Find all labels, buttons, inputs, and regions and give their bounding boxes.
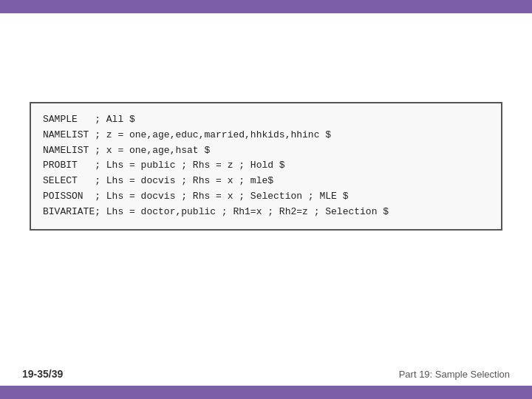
code-line: SAMPLE ; All $ bbox=[43, 112, 489, 128]
slide-title: Part 19: Sample Selection bbox=[399, 369, 510, 380]
slide-number: 19-35/39 bbox=[22, 368, 63, 380]
code-line: NAMELIST ; x = one,age,hsat $ bbox=[43, 143, 489, 159]
code-line: SELECT ; Lhs = docvis ; Rhs = x ; mle$ bbox=[43, 174, 489, 189]
code-line: PROBIT ; Lhs = public ; Rhs = z ; Hold $ bbox=[43, 158, 489, 174]
code-line: POISSON ; Lhs = docvis ; Rhs = x ; Selec… bbox=[43, 189, 489, 205]
slide-content: SAMPLE ; All $NAMELIST ; z = one,age,edu… bbox=[0, 13, 532, 386]
top-bar bbox=[0, 0, 532, 13]
code-line: NAMELIST ; z = one,age,educ,married,hhki… bbox=[43, 128, 489, 143]
slide-container: SAMPLE ; All $NAMELIST ; z = one,age,edu… bbox=[0, 0, 532, 399]
bottom-bar bbox=[0, 386, 532, 399]
code-box: SAMPLE ; All $NAMELIST ; z = one,age,edu… bbox=[30, 102, 502, 231]
footer: 19-35/39 Part 19: Sample Selection bbox=[0, 368, 532, 380]
code-line: BIVARIATE; Lhs = doctor,public ; Rh1=x ;… bbox=[43, 205, 489, 220]
